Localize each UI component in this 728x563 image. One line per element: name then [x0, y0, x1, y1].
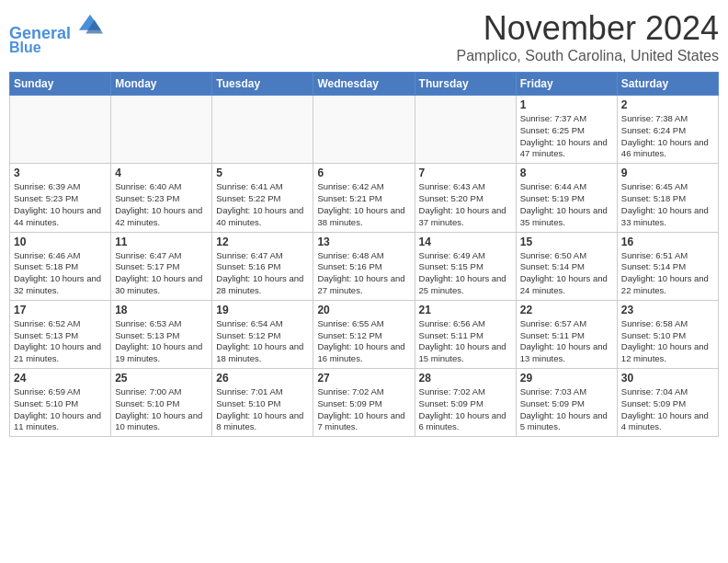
day-info: Sunrise: 6:39 AMSunset: 5:23 PMDaylight:… [14, 181, 107, 228]
weekday-header-cell: Monday [111, 73, 212, 96]
day-info: Sunrise: 6:49 AMSunset: 5:15 PMDaylight:… [419, 250, 512, 297]
calendar-day-cell [10, 96, 111, 164]
calendar-day-cell: 30Sunrise: 7:04 AMSunset: 5:09 PMDayligh… [617, 369, 718, 437]
day-number: 9 [621, 167, 714, 179]
calendar-day-cell: 5Sunrise: 6:41 AMSunset: 5:22 PMDaylight… [212, 164, 313, 232]
title-area: November 2024 Pamplico, South Carolina, … [457, 9, 719, 64]
day-info: Sunrise: 7:00 AMSunset: 5:10 PMDaylight:… [115, 386, 208, 433]
logo-icon [77, 13, 103, 39]
calendar-day-cell [313, 96, 415, 164]
header: General Blue November 2024 Pamplico, Sou… [9, 9, 719, 64]
day-info: Sunrise: 7:01 AMSunset: 5:10 PMDaylight:… [216, 386, 309, 433]
calendar-day-cell: 4Sunrise: 6:40 AMSunset: 5:23 PMDaylight… [111, 164, 212, 232]
calendar-day-cell: 26Sunrise: 7:01 AMSunset: 5:10 PMDayligh… [212, 369, 313, 437]
day-info: Sunrise: 6:41 AMSunset: 5:22 PMDaylight:… [216, 181, 309, 228]
day-info: Sunrise: 6:54 AMSunset: 5:12 PMDaylight:… [216, 318, 309, 365]
day-number: 15 [520, 236, 613, 248]
calendar-week-row: 24Sunrise: 6:59 AMSunset: 5:10 PMDayligh… [10, 369, 719, 437]
day-info: Sunrise: 6:59 AMSunset: 5:10 PMDaylight:… [14, 386, 107, 433]
day-info: Sunrise: 6:55 AMSunset: 5:12 PMDaylight:… [317, 318, 410, 365]
calendar-day-cell: 23Sunrise: 6:58 AMSunset: 5:10 PMDayligh… [617, 300, 718, 368]
weekday-header-cell: Wednesday [313, 73, 415, 96]
calendar-day-cell [415, 96, 516, 164]
calendar-day-cell: 2Sunrise: 7:38 AMSunset: 6:24 PMDaylight… [617, 96, 718, 164]
day-info: Sunrise: 6:56 AMSunset: 5:11 PMDaylight:… [419, 318, 512, 365]
calendar-day-cell: 15Sunrise: 6:50 AMSunset: 5:14 PMDayligh… [516, 232, 617, 300]
calendar-week-row: 3Sunrise: 6:39 AMSunset: 5:23 PMDaylight… [10, 164, 719, 232]
day-info: Sunrise: 6:58 AMSunset: 5:10 PMDaylight:… [621, 318, 714, 365]
calendar-day-cell: 18Sunrise: 6:53 AMSunset: 5:13 PMDayligh… [111, 300, 212, 368]
day-number: 4 [115, 167, 208, 179]
day-number: 13 [317, 236, 410, 248]
calendar-day-cell: 16Sunrise: 6:51 AMSunset: 5:14 PMDayligh… [617, 232, 718, 300]
calendar-day-cell: 1Sunrise: 7:37 AMSunset: 6:25 PMDaylight… [516, 96, 617, 164]
day-number: 27 [317, 372, 410, 385]
day-info: Sunrise: 6:47 AMSunset: 5:17 PMDaylight:… [115, 250, 208, 297]
day-number: 10 [14, 236, 107, 248]
day-number: 11 [115, 236, 208, 248]
calendar-table: SundayMondayTuesdayWednesdayThursdayFrid… [9, 72, 719, 437]
day-number: 29 [520, 372, 613, 385]
calendar-day-cell [212, 96, 313, 164]
calendar-day-cell: 24Sunrise: 6:59 AMSunset: 5:10 PMDayligh… [10, 369, 111, 437]
day-number: 5 [216, 167, 309, 179]
day-number: 16 [621, 236, 714, 248]
day-number: 24 [14, 372, 107, 385]
weekday-header-cell: Friday [516, 73, 617, 96]
day-number: 23 [621, 304, 714, 316]
day-number: 30 [621, 372, 714, 385]
day-info: Sunrise: 7:03 AMSunset: 5:09 PMDaylight:… [520, 386, 613, 433]
day-number: 8 [520, 167, 613, 179]
day-number: 18 [115, 304, 208, 316]
calendar-week-row: 17Sunrise: 6:52 AMSunset: 5:13 PMDayligh… [10, 300, 719, 368]
weekday-header-cell: Saturday [617, 73, 718, 96]
weekday-header-cell: Sunday [10, 73, 111, 96]
calendar-day-cell: 14Sunrise: 6:49 AMSunset: 5:15 PMDayligh… [415, 232, 516, 300]
day-info: Sunrise: 6:40 AMSunset: 5:23 PMDaylight:… [115, 181, 208, 228]
day-info: Sunrise: 7:04 AMSunset: 5:09 PMDaylight:… [621, 386, 714, 433]
day-info: Sunrise: 6:46 AMSunset: 5:18 PMDaylight:… [14, 250, 107, 297]
calendar-day-cell: 11Sunrise: 6:47 AMSunset: 5:17 PMDayligh… [111, 232, 212, 300]
day-number: 26 [216, 372, 309, 385]
calendar-day-cell: 10Sunrise: 6:46 AMSunset: 5:18 PMDayligh… [10, 232, 111, 300]
calendar-day-cell: 29Sunrise: 7:03 AMSunset: 5:09 PMDayligh… [516, 369, 617, 437]
day-info: Sunrise: 7:37 AMSunset: 6:25 PMDaylight:… [520, 113, 613, 160]
weekday-header-cell: Tuesday [212, 73, 313, 96]
calendar-day-cell: 13Sunrise: 6:48 AMSunset: 5:16 PMDayligh… [313, 232, 415, 300]
day-number: 22 [520, 304, 613, 316]
location-title: Pamplico, South Carolina, United States [457, 48, 719, 64]
month-title: November 2024 [457, 9, 719, 48]
calendar-day-cell: 3Sunrise: 6:39 AMSunset: 5:23 PMDaylight… [10, 164, 111, 232]
day-info: Sunrise: 6:52 AMSunset: 5:13 PMDaylight:… [14, 318, 107, 365]
day-number: 19 [216, 304, 309, 316]
day-info: Sunrise: 6:51 AMSunset: 5:14 PMDaylight:… [621, 250, 714, 297]
day-info: Sunrise: 6:44 AMSunset: 5:19 PMDaylight:… [520, 181, 613, 228]
day-number: 1 [520, 98, 613, 111]
calendar-day-cell: 28Sunrise: 7:02 AMSunset: 5:09 PMDayligh… [415, 369, 516, 437]
calendar-day-cell: 21Sunrise: 6:56 AMSunset: 5:11 PMDayligh… [415, 300, 516, 368]
day-info: Sunrise: 6:53 AMSunset: 5:13 PMDaylight:… [115, 318, 208, 365]
day-info: Sunrise: 6:50 AMSunset: 5:14 PMDaylight:… [520, 250, 613, 297]
day-number: 20 [317, 304, 410, 316]
day-info: Sunrise: 6:45 AMSunset: 5:18 PMDaylight:… [621, 181, 714, 228]
day-number: 12 [216, 236, 309, 248]
day-info: Sunrise: 7:02 AMSunset: 5:09 PMDaylight:… [317, 386, 410, 433]
day-info: Sunrise: 6:47 AMSunset: 5:16 PMDaylight:… [216, 250, 309, 297]
logo: General Blue [9, 13, 103, 55]
calendar-day-cell: 9Sunrise: 6:45 AMSunset: 5:18 PMDaylight… [617, 164, 718, 232]
day-number: 25 [115, 372, 208, 385]
day-info: Sunrise: 6:43 AMSunset: 5:20 PMDaylight:… [419, 181, 512, 228]
day-number: 28 [419, 372, 512, 385]
day-number: 6 [317, 167, 410, 179]
day-info: Sunrise: 6:57 AMSunset: 5:11 PMDaylight:… [520, 318, 613, 365]
calendar-week-row: 10Sunrise: 6:46 AMSunset: 5:18 PMDayligh… [10, 232, 719, 300]
day-number: 21 [419, 304, 512, 316]
calendar-day-cell: 20Sunrise: 6:55 AMSunset: 5:12 PMDayligh… [313, 300, 415, 368]
day-info: Sunrise: 6:48 AMSunset: 5:16 PMDaylight:… [317, 250, 410, 297]
calendar-day-cell: 6Sunrise: 6:42 AMSunset: 5:21 PMDaylight… [313, 164, 415, 232]
day-number: 7 [419, 167, 512, 179]
day-info: Sunrise: 7:02 AMSunset: 5:09 PMDaylight:… [419, 386, 512, 433]
calendar-week-row: 1Sunrise: 7:37 AMSunset: 6:25 PMDaylight… [10, 96, 719, 164]
day-number: 2 [621, 98, 714, 111]
calendar-day-cell [111, 96, 212, 164]
